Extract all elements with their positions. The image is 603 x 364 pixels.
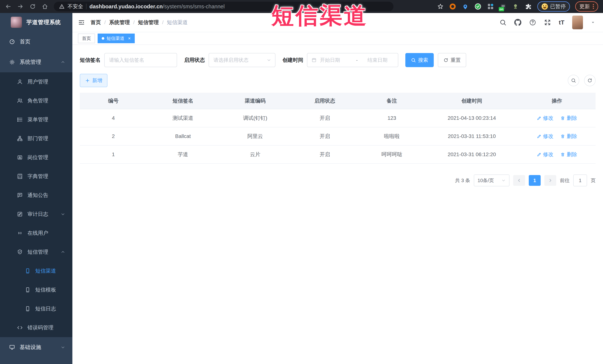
profile-paused-badge[interactable]: 已暂停 bbox=[537, 1, 570, 12]
signature-label: 短信签名 bbox=[80, 56, 101, 64]
page-number-current[interactable]: 1 bbox=[529, 175, 541, 186]
extension-orange-ring-icon[interactable] bbox=[449, 3, 456, 10]
font-size-icon[interactable]: tT bbox=[559, 19, 564, 26]
sidebar-item-system-management[interactable]: 系统管理 bbox=[0, 52, 72, 72]
search-icon[interactable] bbox=[499, 19, 507, 26]
extension-grid-icon[interactable] bbox=[487, 3, 494, 10]
edit-link[interactable]: 修改 bbox=[537, 133, 554, 140]
breadcrumb-sms[interactable]: 短信管理 bbox=[138, 19, 159, 26]
col-created: 创建时间 bbox=[425, 93, 518, 109]
breadcrumb-home[interactable]: 首页 bbox=[91, 19, 101, 26]
tag-home[interactable]: 首页 bbox=[78, 33, 95, 43]
user-avatar[interactable] bbox=[572, 16, 583, 29]
delete-link[interactable]: 删除 bbox=[560, 151, 577, 158]
browser-update-button[interactable]: 更新 bbox=[575, 1, 598, 12]
extension-list-on-icon[interactable]: on bbox=[499, 3, 507, 10]
search-button[interactable]: 搜索 bbox=[405, 53, 434, 67]
edit-link[interactable]: 修改 bbox=[537, 151, 554, 158]
sidebar-item-label: 审计日志 bbox=[27, 211, 48, 218]
sidebar-item-label: 在线用户 bbox=[27, 230, 48, 237]
reset-button[interactable]: 重置 bbox=[438, 53, 466, 67]
phone-icon bbox=[24, 268, 31, 274]
add-button[interactable]: 新增 bbox=[80, 74, 107, 87]
sidebar-item-user-management[interactable]: 用户管理 bbox=[0, 72, 72, 91]
date-range-separator: - bbox=[356, 57, 358, 63]
paused-label: 已暂停 bbox=[550, 3, 566, 10]
sidebar-item-home[interactable]: 首页 bbox=[0, 32, 72, 52]
sidebar-item-sms-channel[interactable]: 短信渠道 bbox=[0, 262, 72, 280]
col-id: 编号 bbox=[80, 93, 147, 109]
cell-signature: 测试渠道 bbox=[147, 109, 219, 127]
tag-close-icon[interactable]: × bbox=[128, 36, 131, 41]
filter-signature-group: 短信签名 bbox=[80, 53, 177, 67]
browser-reload-icon[interactable] bbox=[29, 3, 36, 10]
breadcrumb-separator bbox=[133, 20, 135, 25]
sidebar-item-label: 通知公告 bbox=[27, 192, 48, 199]
prev-page-button[interactable] bbox=[513, 175, 525, 186]
col-actions: 操作 bbox=[518, 93, 596, 109]
sidebar-item-sms-log[interactable]: 短信日志 bbox=[0, 299, 72, 318]
next-page-button[interactable] bbox=[544, 175, 556, 186]
header-actions: tT bbox=[499, 16, 595, 29]
sidebar-item-notice[interactable]: 通知公告 bbox=[0, 186, 72, 205]
page-size-select[interactable]: 10条/页 bbox=[474, 175, 510, 186]
delete-link[interactable]: 删除 bbox=[560, 115, 577, 122]
extension-puzzle-icon[interactable] bbox=[525, 3, 532, 10]
help-icon[interactable] bbox=[529, 19, 536, 26]
start-date-placeholder: 开始日期 bbox=[320, 57, 353, 63]
sidebar-item-infrastructure[interactable]: 基础设施 bbox=[0, 337, 72, 357]
id-badge-icon bbox=[17, 154, 23, 161]
sidebar-item-menu-management[interactable]: 菜单管理 bbox=[0, 110, 72, 129]
overlay-annotation-title: 短信渠道 bbox=[271, 1, 368, 31]
sidebar-item-dict-management[interactable]: 字典管理 bbox=[0, 167, 72, 186]
date-range-picker[interactable]: 开始日期 - 结束日期 bbox=[307, 53, 398, 67]
sidebar-item-sms-template[interactable]: 短信模板 bbox=[0, 280, 72, 299]
sidebar-item-dept-management[interactable]: 部门管理 bbox=[0, 129, 72, 148]
extension-sprite-icon[interactable] bbox=[512, 3, 520, 10]
sidebar-item-online-users[interactable]: 在线用户 bbox=[0, 224, 72, 243]
col-signature: 短信签名 bbox=[147, 93, 219, 109]
chat-bubble-icon bbox=[17, 192, 23, 199]
table-refresh-button[interactable] bbox=[584, 75, 596, 86]
breadcrumb-separator bbox=[104, 20, 106, 25]
avatar-caret-down-icon[interactable] bbox=[591, 20, 595, 25]
github-icon[interactable] bbox=[514, 19, 521, 26]
sidebar-item-label: 岗位管理 bbox=[27, 154, 48, 161]
code-icon bbox=[17, 324, 23, 331]
sidebar-item-role-management[interactable]: 角色管理 bbox=[0, 91, 72, 110]
sidebar-item-sms-management[interactable]: 短信管理 bbox=[0, 243, 72, 262]
table-header-row: 编号 短信签名 渠道编码 启用状态 备注 创建时间 操作 bbox=[80, 93, 596, 109]
calendar-icon bbox=[312, 57, 317, 63]
browser-menu-dots-icon[interactable] bbox=[593, 4, 594, 9]
breadcrumb-system[interactable]: 系统管理 bbox=[109, 19, 130, 26]
status-select[interactable]: 请选择启用状态 bbox=[209, 53, 275, 67]
search-icon bbox=[571, 78, 576, 83]
fullscreen-icon[interactable] bbox=[544, 19, 551, 26]
bookmark-star-icon[interactable] bbox=[437, 3, 444, 10]
book-icon bbox=[17, 173, 23, 179]
signature-input[interactable] bbox=[104, 53, 177, 67]
tag-sms-channel[interactable]: 短信渠道 × bbox=[98, 33, 135, 43]
delete-link[interactable]: 删除 bbox=[560, 133, 577, 140]
sidebar-collapse-icon[interactable] bbox=[78, 19, 85, 26]
page-unit-label: 页 bbox=[591, 177, 596, 184]
edit-link[interactable]: 修改 bbox=[537, 115, 554, 122]
extension-green-check-icon[interactable] bbox=[474, 3, 482, 10]
goto-page-input[interactable] bbox=[573, 175, 587, 186]
browser-forward-icon[interactable] bbox=[17, 3, 24, 10]
cell-signature: Ballcat bbox=[147, 127, 219, 145]
table-search-toggle-button[interactable] bbox=[568, 75, 579, 86]
cell-code: 云片 bbox=[219, 145, 291, 164]
sidebar-item-audit-log[interactable]: 审计日志 bbox=[0, 205, 72, 224]
not-secure-warning-icon bbox=[59, 4, 65, 9]
browser-back-icon[interactable] bbox=[5, 3, 12, 10]
chevron-left-icon bbox=[517, 178, 522, 183]
extension-blue-pin-icon[interactable] bbox=[462, 3, 469, 10]
profile-emoji-icon bbox=[542, 3, 548, 10]
sidebar-item-label: 错误码管理 bbox=[27, 324, 53, 331]
chevron-up-icon bbox=[60, 250, 65, 254]
security-label: 不安全 bbox=[68, 3, 83, 10]
sidebar-item-post-management[interactable]: 岗位管理 bbox=[0, 148, 72, 167]
browser-home-icon[interactable] bbox=[42, 3, 48, 10]
sidebar-item-error-code[interactable]: 错误码管理 bbox=[0, 318, 72, 337]
